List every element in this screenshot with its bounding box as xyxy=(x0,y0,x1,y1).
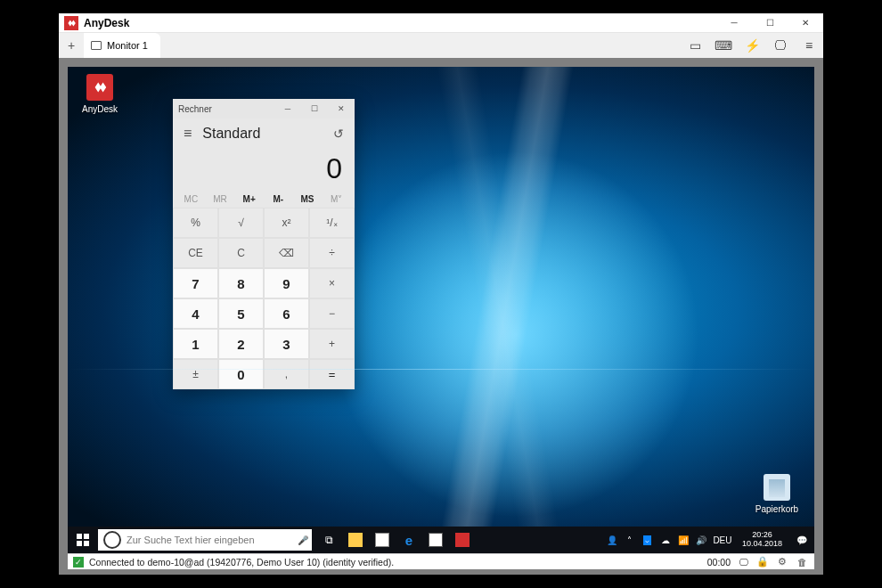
tab-label: Monitor 1 xyxy=(107,40,148,51)
key-divide[interactable]: ÷ xyxy=(309,238,355,268)
taskbar-explorer[interactable] xyxy=(342,527,369,553)
hamburger-icon[interactable]: ≡ xyxy=(184,126,192,142)
key-negate[interactable]: ± xyxy=(173,359,218,389)
tray-clock[interactable]: 20:26 10.04.2018 xyxy=(735,531,789,549)
mic-icon[interactable]: 🎤 xyxy=(294,535,312,545)
anydesk-window: AnyDesk ─ ☐ ✕ + Monitor 1 ▭ ⌨ ⚡ 🖵 ≡ AnyD… xyxy=(59,13,823,575)
tabbar: + Monitor 1 ▭ ⌨ ⚡ 🖵 ≡ xyxy=(59,33,823,58)
maximize-button[interactable]: ☐ xyxy=(752,13,788,33)
remote-desktop[interactable]: AnyDesk Papierkorb Rechner ─ ☐ ✕ ≡ Stand… xyxy=(68,67,814,553)
key-sqrt[interactable]: √ xyxy=(218,208,264,238)
tray-language[interactable]: DEU xyxy=(710,527,735,553)
key-equals[interactable]: = xyxy=(309,359,355,389)
mem-mminus[interactable]: M- xyxy=(264,194,293,204)
calculator-window[interactable]: Rechner ─ ☐ ✕ ≡ Standard ↺ 0 MC MR M+ M-… xyxy=(173,99,355,389)
status-monitor-icon[interactable]: 🖵 xyxy=(736,557,750,568)
key-0[interactable]: 0 xyxy=(218,359,264,389)
key-6[interactable]: 6 xyxy=(264,298,309,329)
chat-icon[interactable]: ▭ xyxy=(681,33,709,58)
desktop-icon-anydesk[interactable]: AnyDesk xyxy=(73,74,127,114)
mem-mplus[interactable]: M+ xyxy=(234,194,264,204)
mem-mr[interactable]: MR xyxy=(206,194,235,204)
taskbar-calculator[interactable] xyxy=(422,527,449,553)
remote-frame: AnyDesk Papierkorb Rechner ─ ☐ ✕ ≡ Stand… xyxy=(59,58,823,575)
svg-rect-1 xyxy=(84,534,89,539)
keyboard-icon[interactable]: ⌨ xyxy=(709,33,738,58)
keypad: % √ x² ¹/ₓ CE C ⌫ ÷ 7 8 9 × 4 5 6 − 1 2 … xyxy=(173,208,355,389)
desktop-icon-trash[interactable]: Papierkorb xyxy=(750,474,804,514)
desktop-icon-label: Papierkorb xyxy=(750,504,804,514)
tray-people-icon[interactable]: 👤 xyxy=(603,527,621,553)
windows-taskbar: Zur Suche Text hier eingeben 🎤 ⧉ e 👤 ˄ ⌵… xyxy=(68,527,814,553)
display-icon[interactable]: 🖵 xyxy=(766,33,795,58)
taskbar-store[interactable] xyxy=(369,527,396,553)
status-text: Connected to demo-10@ad (19420776, Demo … xyxy=(89,557,394,568)
desktop-icon-label: AnyDesk xyxy=(73,104,127,114)
titlebar: AnyDesk ─ ☐ ✕ xyxy=(59,13,823,33)
trash-icon xyxy=(764,474,790,501)
key-c[interactable]: C xyxy=(218,238,264,268)
key-4[interactable]: 4 xyxy=(173,298,218,329)
memory-row: MC MR M+ M- MS M˅ xyxy=(173,192,355,208)
task-view-button[interactable]: ⧉ xyxy=(315,527,342,553)
mem-mlist[interactable]: M˅ xyxy=(322,194,351,204)
key-7[interactable]: 7 xyxy=(173,268,218,298)
tray-bluetooth-icon[interactable]: ⌵ xyxy=(639,527,657,553)
taskbar-anydesk[interactable] xyxy=(449,527,476,553)
tab-monitor-1[interactable]: Monitor 1 xyxy=(84,33,160,58)
mem-ms[interactable]: MS xyxy=(293,194,323,204)
mem-mc[interactable]: MC xyxy=(176,194,206,204)
key-percent[interactable]: % xyxy=(173,208,218,238)
system-tray: 👤 ˄ ⌵ ☁ 📶 🔊 DEU 20:26 10.04.2018 💬 xyxy=(603,527,814,553)
key-reciprocal[interactable]: ¹/ₓ xyxy=(309,208,355,238)
key-square[interactable]: x² xyxy=(264,208,309,238)
status-settings-icon[interactable]: ⚙ xyxy=(775,556,789,568)
new-tab-button[interactable]: + xyxy=(59,33,84,58)
key-3[interactable]: 3 xyxy=(264,329,309,359)
actions-icon[interactable]: ⚡ xyxy=(738,33,766,58)
key-decimal[interactable]: , xyxy=(264,359,309,389)
taskbar-edge[interactable]: e xyxy=(396,527,422,553)
calc-maximize-button[interactable]: ☐ xyxy=(301,99,328,118)
key-5[interactable]: 5 xyxy=(218,298,264,329)
tray-volume-icon[interactable]: 🔊 xyxy=(692,527,710,553)
tray-up-icon[interactable]: ˄ xyxy=(621,527,639,553)
key-add[interactable]: + xyxy=(309,329,355,359)
tray-network-icon[interactable]: 📶 xyxy=(674,527,692,553)
calc-header: ≡ Standard ↺ xyxy=(173,118,355,149)
cortana-icon xyxy=(103,531,121,549)
svg-rect-0 xyxy=(77,534,82,539)
tray-onedrive-icon[interactable]: ☁ xyxy=(657,527,674,553)
calc-titlebar[interactable]: Rechner ─ ☐ ✕ xyxy=(173,99,355,118)
anydesk-icon xyxy=(86,74,113,101)
anydesk-app-icon xyxy=(64,16,78,30)
calc-close-button[interactable]: ✕ xyxy=(328,99,355,118)
status-trash-icon[interactable]: 🗑 xyxy=(795,557,809,568)
key-backspace[interactable]: ⌫ xyxy=(264,238,309,268)
key-2[interactable]: 2 xyxy=(218,329,264,359)
monitor-icon xyxy=(91,41,102,50)
status-verified-icon: ✓ xyxy=(73,557,84,568)
svg-rect-3 xyxy=(84,541,89,546)
calc-mode: Standard xyxy=(202,126,323,142)
status-lock-icon[interactable]: 🔒 xyxy=(755,556,770,568)
tray-date: 10.04.2018 xyxy=(742,540,782,549)
key-9[interactable]: 9 xyxy=(264,268,309,298)
search-box[interactable]: Zur Suche Text hier eingeben 🎤 xyxy=(98,529,312,551)
svg-rect-2 xyxy=(77,541,82,546)
key-8[interactable]: 8 xyxy=(218,268,264,298)
key-multiply[interactable]: × xyxy=(309,268,355,298)
action-center-icon[interactable]: 💬 xyxy=(789,535,814,545)
calc-title: Rechner xyxy=(178,104,212,114)
history-icon[interactable]: ↺ xyxy=(333,127,344,141)
calc-minimize-button[interactable]: ─ xyxy=(274,99,301,118)
key-ce[interactable]: CE xyxy=(173,238,218,268)
minimize-button[interactable]: ─ xyxy=(716,13,752,33)
status-elapsed: 00:00 xyxy=(707,557,731,568)
app-title: AnyDesk xyxy=(84,17,716,29)
key-1[interactable]: 1 xyxy=(173,329,218,359)
start-button[interactable] xyxy=(68,527,98,553)
menu-icon[interactable]: ≡ xyxy=(795,33,823,58)
key-subtract[interactable]: − xyxy=(309,298,355,329)
close-button[interactable]: ✕ xyxy=(788,13,823,33)
